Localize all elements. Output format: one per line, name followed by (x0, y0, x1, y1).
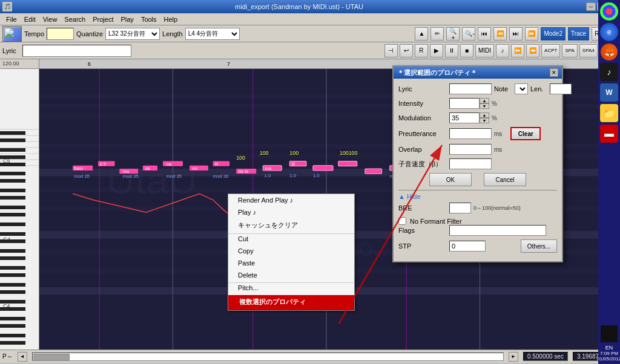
menu-item-view[interactable]: View (39, 15, 61, 24)
flags-row: Flags (398, 225, 557, 236)
note-select[interactable] (515, 83, 528, 94)
rew-btn[interactable]: ⏪ (526, 44, 539, 57)
mode2-button[interactable]: Mode2 (541, 27, 566, 41)
menu-item-edit[interactable]: Edit (21, 15, 39, 24)
skip-start-button[interactable]: ⏮ (478, 27, 491, 41)
shiin-input[interactable] (449, 158, 492, 169)
sp4-btn[interactable]: SPA4 (579, 44, 598, 57)
stop-button[interactable]: ■ (460, 44, 473, 57)
pause-button[interactable]: ⏸ (445, 44, 458, 57)
word-icon[interactable]: W (600, 83, 618, 102)
menu-item-help[interactable]: Help (160, 15, 182, 24)
prev-button[interactable]: ⏪ (493, 27, 507, 41)
horizontal-scrollbar[interactable] (32, 353, 504, 361)
quantize-select[interactable]: L32 32分音符 (105, 28, 160, 40)
modulation-down-button[interactable]: ▼ (480, 118, 489, 123)
trace-button[interactable]: Trace (568, 27, 589, 41)
svg-rect-21 (0, 213, 25, 216)
context-menu-item-2[interactable]: キャッシュをクリア (228, 218, 354, 232)
lyric-field[interactable] (449, 83, 492, 94)
stp-input[interactable] (449, 241, 486, 252)
context-menu-item-5[interactable]: Paste (228, 257, 354, 269)
svg-text:1.0: 1.0 (313, 174, 320, 179)
context-menu-item-4[interactable]: Copy (228, 245, 354, 257)
h-scroll-thumb[interactable] (33, 354, 70, 361)
context-menu-item-3[interactable]: Cut (228, 233, 354, 245)
intensity-down-button[interactable]: ▼ (480, 103, 489, 109)
ff-btn[interactable]: ⏩ (511, 44, 524, 57)
note-icon[interactable]: ♪ (600, 63, 618, 81)
scroll-left-btn[interactable]: ◄ (18, 352, 27, 362)
formant-checkbox[interactable] (398, 217, 406, 225)
context-menu-item-6[interactable]: Delete (228, 269, 354, 281)
context-menu-item-0[interactable]: Render And Play ♪ (228, 194, 354, 206)
context-menu-item-1[interactable]: Play ♪ (228, 206, 354, 218)
lyric-input[interactable] (22, 45, 131, 57)
tb2-btn2[interactable]: ↩ (400, 44, 413, 57)
menu-item-project[interactable]: Project (89, 15, 117, 24)
intensity-label: Intensity (398, 100, 447, 107)
zoom-out-button[interactable]: 🔍- (462, 27, 475, 41)
tempo-input[interactable]: 120.0 (47, 28, 74, 40)
others-button[interactable]: Others... (521, 239, 557, 253)
svg-text:sa: sa (145, 166, 150, 171)
preutterance-input[interactable] (449, 128, 492, 139)
flags-label: Flags (398, 227, 447, 234)
intensity-input[interactable] (449, 98, 480, 109)
modulation-up-button[interactable]: ▲ (480, 112, 489, 118)
svg-rect-33 (0, 317, 25, 320)
minimize-button[interactable]: ─ (586, 2, 596, 11)
time-ruler-label: 120.00 (0, 59, 39, 69)
next-button[interactable]: ⏩ (525, 27, 538, 41)
len-field[interactable] (550, 83, 572, 94)
start-button[interactable] (600, 2, 618, 21)
folder-icon[interactable]: 📁 (600, 104, 618, 122)
length-label: Length (162, 30, 183, 37)
svg-text:mod 35: mod 35 (166, 174, 182, 180)
hide-link[interactable]: ▲ Hide (398, 193, 421, 200)
acpt-btn[interactable]: ACPT (541, 44, 560, 57)
stp-row: STP Others... (398, 239, 557, 253)
intensity-up-button[interactable]: ▲ (480, 98, 489, 103)
menu-item-search[interactable]: Search (61, 15, 89, 24)
length-select[interactable]: L4 4分音符 (185, 28, 240, 40)
modulation-label: Modulation (398, 114, 447, 122)
ok-button[interactable]: OK (429, 173, 472, 186)
clear-button[interactable]: Clear (510, 127, 541, 140)
dialog-title-text: ＊選択範囲のプロパティ＊ (397, 68, 477, 77)
context-menu-item-8[interactable]: 複数選択のプロパティ (228, 295, 354, 310)
pencil-tool-button[interactable]: ✏ (430, 27, 444, 41)
menu-item-file[interactable]: File (2, 15, 21, 24)
red-icon[interactable]: ▬ (600, 125, 618, 143)
svg-text:fuko: fuko (74, 166, 83, 171)
menu-item-tools[interactable]: Tools (137, 15, 160, 24)
overlap-input[interactable] (449, 144, 492, 155)
bre-input[interactable] (449, 203, 471, 213)
svg-rect-70 (365, 169, 382, 174)
avatar (2, 26, 22, 42)
modulation-input[interactable] (449, 112, 480, 123)
ie-icon[interactable]: e (600, 23, 618, 41)
note-btn[interactable]: ♪ (496, 44, 509, 57)
firefox-icon[interactable]: 🦊 (601, 44, 618, 60)
context-menu-item-7[interactable]: Pitch... (228, 282, 354, 294)
flags-input[interactable] (449, 225, 546, 236)
scroll-right-btn[interactable]: ► (509, 352, 518, 362)
play-button[interactable]: ▶ (430, 44, 443, 57)
zoom-in-button[interactable]: 🔍+ (446, 27, 460, 41)
skip-end-button[interactable]: ⏭ (509, 27, 523, 41)
piano-keys-area: C5 G4 C4 (0, 69, 39, 349)
cancel-button[interactable]: Cancel (484, 173, 526, 186)
menu-item-play[interactable]: Play (117, 15, 137, 24)
svg-text:no: no (192, 166, 197, 171)
dialog-close-button[interactable]: ✕ (550, 68, 558, 77)
spa-btn[interactable]: SPA (562, 44, 577, 57)
svg-text:R: R (292, 161, 295, 167)
cursor-tool-button[interactable]: ▲ (415, 27, 428, 41)
tb2-btn-r[interactable]: R (415, 44, 428, 57)
midi-button[interactable]: MIDI (475, 44, 494, 57)
tb2-btn1[interactable]: ⊣ (384, 44, 398, 57)
ruler-mark-7: 7 (227, 61, 230, 67)
time-display-1: 0.500000 sec (523, 352, 568, 361)
svg-text:mod 36: mod 36 (213, 174, 229, 180)
